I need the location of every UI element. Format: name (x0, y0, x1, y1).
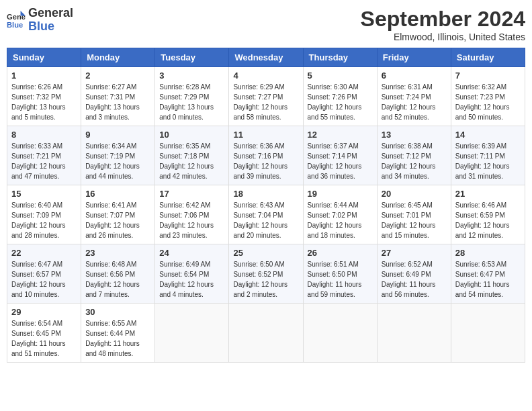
calendar-cell (229, 304, 303, 363)
column-header-sunday: Sunday (7, 48, 81, 67)
day-info: Sunrise: 6:43 AM Sunset: 7:04 PM Dayligh… (233, 200, 298, 240)
calendar-cell: 9Sunrise: 6:34 AM Sunset: 7:19 PM Daylig… (81, 126, 155, 185)
calendar-cell: 11Sunrise: 6:36 AM Sunset: 7:16 PM Dayli… (229, 126, 303, 185)
calendar-cell: 29Sunrise: 6:54 AM Sunset: 6:45 PM Dayli… (7, 304, 81, 363)
day-number: 7 (455, 71, 521, 81)
day-info: Sunrise: 6:38 AM Sunset: 7:12 PM Dayligh… (382, 141, 447, 181)
calendar-week-2: 8Sunrise: 6:33 AM Sunset: 7:21 PM Daylig… (7, 126, 525, 185)
calendar-cell: 26Sunrise: 6:51 AM Sunset: 6:50 PM Dayli… (303, 244, 377, 304)
calendar-cell: 25Sunrise: 6:50 AM Sunset: 6:52 PM Dayli… (229, 244, 303, 304)
calendar-week-4: 22Sunrise: 6:47 AM Sunset: 6:57 PM Dayli… (7, 244, 525, 304)
day-info: Sunrise: 6:35 AM Sunset: 7:18 PM Dayligh… (159, 141, 224, 181)
calendar-cell: 23Sunrise: 6:48 AM Sunset: 6:56 PM Dayli… (81, 244, 155, 304)
day-number: 22 (11, 248, 77, 258)
day-info: Sunrise: 6:42 AM Sunset: 7:06 PM Dayligh… (159, 200, 224, 240)
day-info: Sunrise: 6:53 AM Sunset: 6:47 PM Dayligh… (455, 259, 521, 300)
day-number: 29 (11, 307, 77, 317)
calendar-cell: 13Sunrise: 6:38 AM Sunset: 7:12 PM Dayli… (377, 126, 451, 185)
calendar-cell: 3Sunrise: 6:28 AM Sunset: 7:29 PM Daylig… (155, 67, 229, 126)
day-number: 16 (85, 189, 150, 199)
calendar-cell: 4Sunrise: 6:29 AM Sunset: 7:27 PM Daylig… (229, 67, 303, 126)
column-header-thursday: Thursday (303, 48, 377, 67)
day-number: 2 (85, 71, 150, 81)
day-info: Sunrise: 6:28 AM Sunset: 7:29 PM Dayligh… (159, 82, 224, 122)
day-info: Sunrise: 6:46 AM Sunset: 6:59 PM Dayligh… (455, 200, 521, 240)
day-number: 4 (233, 71, 298, 81)
title-block: September 2024 Elmwood, Illinois, United… (361, 7, 525, 42)
calendar-cell: 8Sunrise: 6:33 AM Sunset: 7:21 PM Daylig… (7, 126, 81, 185)
day-number: 12 (308, 130, 373, 140)
day-info: Sunrise: 6:33 AM Sunset: 7:21 PM Dayligh… (11, 141, 77, 181)
day-info: Sunrise: 6:36 AM Sunset: 7:16 PM Dayligh… (233, 141, 298, 181)
day-info: Sunrise: 6:50 AM Sunset: 6:52 PM Dayligh… (233, 259, 298, 300)
calendar-cell: 24Sunrise: 6:49 AM Sunset: 6:54 PM Dayli… (155, 244, 229, 304)
column-header-wednesday: Wednesday (229, 48, 303, 67)
calendar-cell: 28Sunrise: 6:53 AM Sunset: 6:47 PM Dayli… (451, 244, 525, 304)
calendar-cell: 19Sunrise: 6:44 AM Sunset: 7:02 PM Dayli… (303, 185, 377, 244)
day-number: 10 (159, 130, 224, 140)
calendar-cell (155, 304, 229, 363)
day-info: Sunrise: 6:52 AM Sunset: 6:49 PM Dayligh… (382, 259, 447, 300)
day-number: 21 (455, 189, 521, 199)
svg-text:Blue: Blue (7, 21, 23, 29)
calendar-cell: 2Sunrise: 6:27 AM Sunset: 7:31 PM Daylig… (81, 67, 155, 126)
day-number: 6 (382, 71, 447, 81)
calendar-week-5: 29Sunrise: 6:54 AM Sunset: 6:45 PM Dayli… (7, 304, 525, 363)
calendar-cell: 1Sunrise: 6:26 AM Sunset: 7:32 PM Daylig… (7, 67, 81, 126)
calendar-cell: 14Sunrise: 6:39 AM Sunset: 7:11 PM Dayli… (451, 126, 525, 185)
calendar-cell (303, 304, 377, 363)
day-info: Sunrise: 6:51 AM Sunset: 6:50 PM Dayligh… (308, 259, 373, 300)
day-info: Sunrise: 6:37 AM Sunset: 7:14 PM Dayligh… (308, 141, 373, 181)
logo: General Blue General Blue (7, 7, 73, 34)
day-number: 25 (233, 248, 298, 258)
column-header-friday: Friday (377, 48, 451, 67)
day-info: Sunrise: 6:49 AM Sunset: 6:54 PM Dayligh… (159, 259, 224, 300)
day-info: Sunrise: 6:39 AM Sunset: 7:11 PM Dayligh… (455, 141, 521, 181)
day-info: Sunrise: 6:29 AM Sunset: 7:27 PM Dayligh… (233, 82, 298, 122)
calendar-cell: 20Sunrise: 6:45 AM Sunset: 7:01 PM Dayli… (377, 185, 451, 244)
calendar-cell: 6Sunrise: 6:31 AM Sunset: 7:24 PM Daylig… (377, 67, 451, 126)
day-number: 28 (455, 248, 521, 258)
day-number: 17 (159, 189, 224, 199)
calendar-cell: 30Sunrise: 6:55 AM Sunset: 6:44 PM Dayli… (81, 304, 155, 363)
day-number: 24 (159, 248, 224, 258)
calendar-cell (451, 304, 525, 363)
calendar-cell (377, 304, 451, 363)
day-number: 13 (382, 130, 447, 140)
day-number: 15 (11, 189, 77, 199)
column-header-saturday: Saturday (451, 48, 525, 67)
day-number: 27 (382, 248, 447, 258)
day-number: 1 (11, 71, 77, 81)
calendar-cell: 7Sunrise: 6:32 AM Sunset: 7:23 PM Daylig… (451, 67, 525, 126)
calendar-cell: 18Sunrise: 6:43 AM Sunset: 7:04 PM Dayli… (229, 185, 303, 244)
day-info: Sunrise: 6:45 AM Sunset: 7:01 PM Dayligh… (382, 200, 447, 240)
day-number: 18 (233, 189, 298, 199)
day-number: 3 (159, 71, 224, 81)
day-info: Sunrise: 6:27 AM Sunset: 7:31 PM Dayligh… (85, 82, 150, 122)
day-info: Sunrise: 6:26 AM Sunset: 7:32 PM Dayligh… (11, 82, 77, 122)
day-info: Sunrise: 6:40 AM Sunset: 7:09 PM Dayligh… (11, 200, 77, 240)
calendar-cell: 27Sunrise: 6:52 AM Sunset: 6:49 PM Dayli… (377, 244, 451, 304)
day-number: 23 (85, 248, 150, 258)
calendar-cell: 5Sunrise: 6:30 AM Sunset: 7:26 PM Daylig… (303, 67, 377, 126)
subtitle: Elmwood, Illinois, United States (361, 32, 525, 42)
day-info: Sunrise: 6:30 AM Sunset: 7:26 PM Dayligh… (308, 82, 373, 122)
day-number: 20 (382, 189, 447, 199)
logo-icon: General Blue (7, 11, 26, 30)
day-number: 11 (233, 130, 298, 140)
column-header-tuesday: Tuesday (155, 48, 229, 67)
day-info: Sunrise: 6:31 AM Sunset: 7:24 PM Dayligh… (382, 82, 447, 122)
calendar-cell: 16Sunrise: 6:41 AM Sunset: 7:07 PM Dayli… (81, 185, 155, 244)
day-info: Sunrise: 6:41 AM Sunset: 7:07 PM Dayligh… (85, 200, 150, 240)
calendar-cell: 15Sunrise: 6:40 AM Sunset: 7:09 PM Dayli… (7, 185, 81, 244)
day-number: 14 (455, 130, 521, 140)
calendar-week-3: 15Sunrise: 6:40 AM Sunset: 7:09 PM Dayli… (7, 185, 525, 244)
day-info: Sunrise: 6:48 AM Sunset: 6:56 PM Dayligh… (85, 259, 150, 300)
day-info: Sunrise: 6:44 AM Sunset: 7:02 PM Dayligh… (308, 200, 373, 240)
calendar-cell: 21Sunrise: 6:46 AM Sunset: 6:59 PM Dayli… (451, 185, 525, 244)
day-info: Sunrise: 6:54 AM Sunset: 6:45 PM Dayligh… (11, 318, 77, 359)
day-info: Sunrise: 6:47 AM Sunset: 6:57 PM Dayligh… (11, 259, 77, 300)
calendar-table: SundayMondayTuesdayWednesdayThursdayFrid… (7, 48, 525, 363)
day-number: 5 (308, 71, 373, 81)
page-header: General Blue General Blue September 2024… (7, 7, 525, 42)
